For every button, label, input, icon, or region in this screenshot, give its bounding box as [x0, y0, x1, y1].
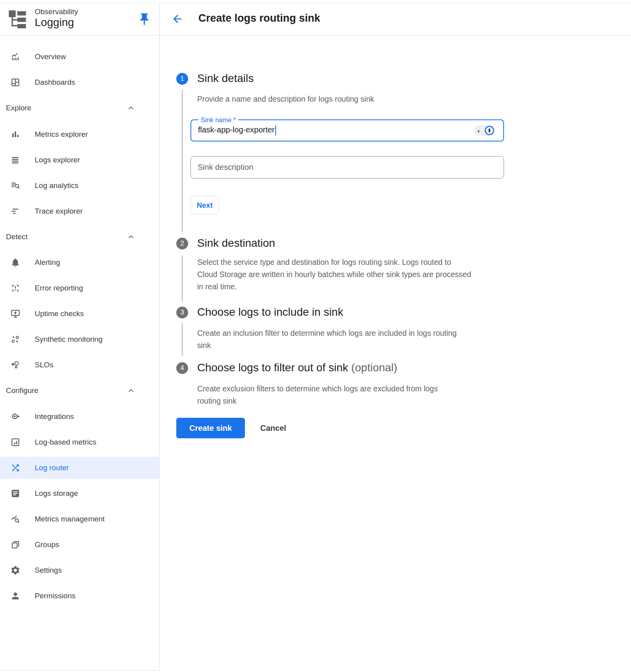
slo-circles-icon	[10, 360, 21, 370]
sidebar-item-metrics-management[interactable]: Metrics management	[0, 508, 160, 530]
password-manager-badge[interactable]: ›	[474, 125, 495, 136]
error-reporting-icon	[10, 283, 21, 293]
sidebar-item-label: Dashboards	[35, 78, 75, 87]
bell-icon	[10, 257, 21, 268]
log-search-icon	[10, 181, 21, 191]
sidebar-item-label: Logs explorer	[35, 156, 80, 164]
sidebar-item-slos[interactable]: SLOs	[0, 354, 160, 376]
sidebar-item-label: Error reporting	[35, 284, 83, 292]
sidebar-item-label: Uptime checks	[35, 309, 84, 318]
log-metrics-icon	[10, 437, 21, 447]
groups-icon	[10, 540, 21, 550]
sidebar-item-alerting[interactable]: Alerting	[0, 251, 160, 274]
uptime-monitor-icon	[10, 309, 21, 319]
sidebar-item-label: Logs storage	[35, 489, 78, 498]
sidebar-item-label: Metrics explorer	[35, 130, 88, 139]
product-name: Logging	[35, 16, 74, 29]
step-3-badge: 3	[176, 307, 188, 318]
log-lines-icon	[10, 155, 21, 165]
sink-name-input[interactable]: Sink name * flask-app-log-exporter ›	[190, 119, 504, 141]
sink-name-label: Sink name *	[198, 116, 238, 124]
sidebar-section-detect[interactable]: Detect	[0, 226, 160, 248]
sidebar-header: Observability Logging	[0, 4, 159, 35]
sidebar-item-log-router[interactable]: Log router	[0, 457, 160, 479]
dashboards-icon	[10, 77, 21, 87]
sidebar-item-uptime-checks[interactable]: Uptime checks	[0, 303, 160, 325]
step-4-badge: 4	[176, 362, 188, 374]
step-number: 4	[180, 364, 184, 372]
create-sink-button[interactable]: Create sink	[176, 418, 245, 438]
synthetic-nodes-icon	[10, 334, 21, 344]
page-header: Create logs routing sink	[160, 4, 631, 35]
sink-name-value: flask-app-log-exporter	[198, 125, 276, 136]
chevron-up-icon[interactable]	[126, 386, 136, 395]
step-1-title: Sink details	[197, 72, 254, 85]
cancel-button[interactable]: Cancel	[257, 418, 289, 438]
step-number: 2	[180, 240, 184, 248]
step-number: 1	[180, 75, 184, 83]
step-2-title: Sink destination	[197, 237, 275, 249]
step-connector	[182, 323, 183, 356]
text-caret	[275, 125, 276, 136]
sidebar-item-synthetic-monitoring[interactable]: Synthetic monitoring	[0, 328, 160, 350]
step-2-badge: 2	[176, 238, 188, 249]
integrations-icon	[10, 411, 21, 422]
sidebar-item-label: Synthetic monitoring	[35, 335, 103, 344]
sidebar-item-label: Integrations	[35, 412, 74, 421]
step-number: 3	[180, 309, 184, 316]
trace-icon	[10, 206, 21, 216]
step-1-badge: 1	[176, 73, 188, 85]
sidebar-item-permissions[interactable]: Permissions	[0, 585, 160, 607]
sidebar-item-error-reporting[interactable]: Error reporting	[0, 277, 160, 299]
sidebar-item-trace-explorer[interactable]: Trace explorer	[0, 200, 160, 222]
sidebar-item-settings[interactable]: Settings	[0, 559, 160, 581]
sidebar-item-label: SLOs	[35, 361, 54, 369]
person-icon	[10, 591, 21, 601]
sidebar-item-label: Overview	[35, 52, 66, 61]
shuffle-icon	[10, 463, 21, 473]
product-kicker: Observability	[35, 7, 78, 16]
pin-icon[interactable]	[137, 12, 151, 26]
next-button[interactable]: Next	[190, 196, 219, 214]
sidebar-section-configure[interactable]: Configure	[0, 380, 160, 402]
sidebar-section-explore[interactable]: Explore	[0, 97, 160, 119]
page-title: Create logs routing sink	[198, 12, 320, 24]
onepassword-icon	[485, 126, 494, 135]
storage-doc-icon	[10, 488, 21, 499]
sidebar-item-label: Trace explorer	[35, 207, 83, 216]
sink-description-input[interactable]	[190, 156, 504, 179]
section-label: Detect	[6, 233, 28, 241]
chevron-up-icon[interactable]	[126, 232, 136, 242]
sidebar-item-groups[interactable]: Groups	[0, 534, 160, 556]
gear-icon	[10, 565, 21, 575]
step-3-description: Create an inclusion filter to determine …	[197, 327, 469, 352]
sidebar-item-label: Permissions	[35, 592, 75, 600]
sidebar-item-log-analytics[interactable]: Log analytics	[0, 175, 160, 197]
step-4-description: Create exclusion filters to determine wh…	[197, 383, 450, 407]
step-connector	[182, 90, 183, 232]
sidebar-item-logs-explorer[interactable]: Logs explorer	[0, 149, 160, 171]
sidebar-item-label: Settings	[35, 566, 62, 575]
sidebar-item-metrics-explorer[interactable]: Metrics explorer	[0, 123, 160, 145]
back-arrow-icon[interactable]	[171, 13, 184, 25]
step-connector	[182, 255, 183, 302]
sidebar-item-overview[interactable]: Overview	[0, 46, 160, 68]
sidebar-item-dashboards[interactable]: Dashboards	[0, 71, 160, 93]
section-label: Explore	[6, 104, 31, 112]
sidebar-item-label: Groups	[35, 540, 59, 549]
chevron-right-icon: ›	[478, 128, 480, 134]
sidebar-item-log-based-metrics[interactable]: Log-based metrics	[0, 431, 160, 453]
sidebar: Observability Logging Overview Dashboard…	[0, 4, 160, 671]
sidebar-item-label: Alerting	[35, 258, 60, 267]
sidebar-item-label: Metrics management	[35, 515, 105, 523]
sidebar-item-label: Log router	[35, 464, 69, 472]
sidebar-item-integrations[interactable]: Integrations	[0, 406, 160, 428]
step-1-description: Provide a name and description for logs …	[197, 93, 481, 105]
observability-logo-icon	[7, 9, 28, 29]
metrics-management-icon	[10, 514, 21, 524]
step-2-description: Select the service type and destination …	[197, 256, 473, 293]
sidebar-item-label: Log-based metrics	[35, 438, 96, 447]
sidebar-item-logs-storage[interactable]: Logs storage	[0, 482, 160, 504]
chevron-up-icon[interactable]	[126, 103, 136, 113]
section-label: Configure	[6, 386, 38, 395]
